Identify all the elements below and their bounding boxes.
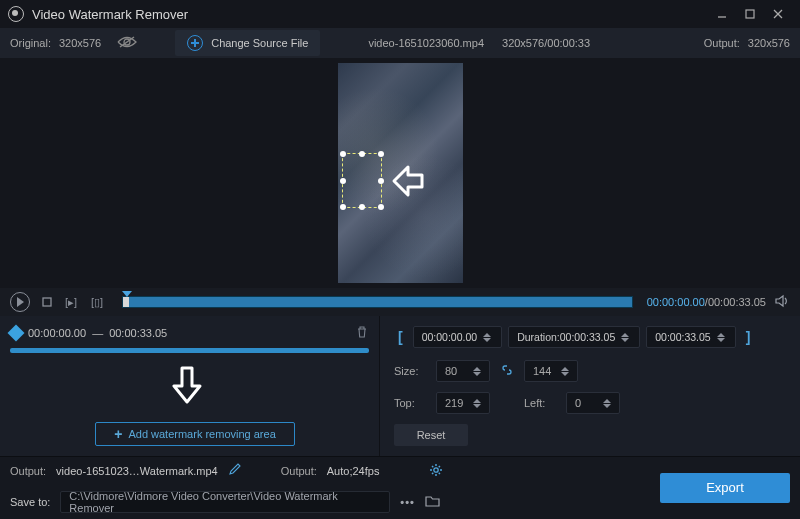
resize-handle[interactable] (378, 178, 384, 184)
add-area-button[interactable]: + Add watermark removing area (95, 422, 295, 446)
export-button[interactable]: Export (660, 473, 790, 503)
step-forward-button[interactable]: [▯] (90, 293, 108, 311)
duration-label: Duration: (517, 331, 560, 343)
height-value: 144 (533, 365, 551, 377)
original-dim: 320x576 (59, 37, 101, 49)
end-time-input[interactable]: 00:00:33.05 (646, 326, 735, 348)
areas-panel: 00:00:00.00 — 00:00:33.05 + Add watermar… (0, 316, 380, 456)
titlebar: Video Watermark Remover (0, 0, 800, 28)
bracket-start-icon[interactable]: [ (394, 329, 407, 345)
maximize-button[interactable] (736, 4, 764, 24)
left-value: 0 (575, 397, 581, 409)
resize-handle[interactable] (378, 204, 384, 210)
browse-button[interactable]: ••• (400, 496, 415, 508)
save-path-value: C:\Vidmore\Vidmore Video Converter\Video… (69, 490, 381, 514)
info-bar: Original: 320x576 Change Source File vid… (0, 28, 800, 58)
resize-handle[interactable] (340, 204, 346, 210)
area-range-bar[interactable] (10, 348, 369, 353)
left-input[interactable]: 0 (566, 392, 620, 414)
link-aspect-icon[interactable] (500, 363, 514, 379)
svg-text:[▯]: [▯] (91, 296, 103, 308)
transport-bar: [▸] [▯] 00:00:00.00/00:00:33.05 (0, 288, 800, 316)
video-frame[interactable] (338, 63, 463, 283)
resize-handle[interactable] (340, 151, 346, 157)
svg-text:[▸]: [▸] (65, 296, 77, 308)
spinner[interactable] (621, 333, 633, 342)
time-duration: 00:00:33.05 (708, 296, 766, 308)
annotation-arrow-icon (390, 163, 426, 201)
volume-icon[interactable] (774, 293, 790, 311)
resize-handle[interactable] (340, 178, 346, 184)
bracket-end-icon[interactable]: ] (742, 329, 755, 345)
delete-area-button[interactable] (355, 325, 369, 341)
reset-button[interactable]: Reset (394, 424, 468, 446)
plus-icon: + (114, 426, 122, 442)
resize-handle[interactable] (378, 151, 384, 157)
resize-handle[interactable] (359, 151, 365, 157)
position-row: Top: 219 Left: 0 (394, 392, 786, 414)
start-time-value: 00:00:00.00 (422, 331, 477, 343)
svg-point-9 (434, 467, 438, 471)
preview-toggle-icon[interactable] (117, 35, 137, 51)
watermark-selection[interactable] (342, 153, 382, 208)
output-file-name: video-1651023…Watermark.mp4 (56, 465, 218, 477)
spinner[interactable] (473, 367, 485, 376)
change-source-button[interactable]: Change Source File (175, 30, 320, 56)
step-back-button[interactable]: [▸] (64, 293, 82, 311)
output-label: Output: (704, 37, 740, 49)
play-button[interactable] (10, 292, 30, 312)
start-time-input[interactable]: 00:00:00.00 (413, 326, 502, 348)
app-title: Video Watermark Remover (32, 7, 708, 22)
open-folder-icon[interactable] (425, 493, 440, 510)
source-dim-time: 320x576/00:00:33 (502, 37, 590, 49)
spinner[interactable] (473, 399, 485, 408)
diamond-icon (8, 325, 25, 342)
duration-value: 00:00:33.05 (560, 331, 615, 343)
spinner[interactable] (603, 399, 615, 408)
top-input[interactable]: 219 (436, 392, 490, 414)
video-preview (0, 58, 800, 288)
save-bar: Save to: C:\Vidmore\Vidmore Video Conver… (0, 484, 800, 519)
left-label: Left: (524, 397, 556, 409)
output-format-label: Output: (281, 465, 317, 477)
close-button[interactable] (764, 4, 792, 24)
size-row: Size: 80 144 (394, 360, 786, 382)
annotation-arrow-icon (170, 364, 204, 406)
height-input[interactable]: 144 (524, 360, 578, 382)
export-label: Export (706, 480, 744, 495)
area-divider: — (92, 327, 103, 339)
spinner[interactable] (561, 367, 573, 376)
minimize-button[interactable] (708, 4, 736, 24)
area-row[interactable]: 00:00:00.00 — 00:00:33.05 (10, 324, 369, 342)
size-label: Size: (394, 365, 426, 377)
width-input[interactable]: 80 (436, 360, 490, 382)
settings-icon[interactable] (429, 463, 443, 479)
area-end: 00:00:33.05 (109, 327, 167, 339)
reset-label: Reset (417, 429, 446, 441)
edit-panels: 00:00:00.00 — 00:00:33.05 + Add watermar… (0, 316, 800, 456)
source-filename: video-1651023060.mp4 (368, 37, 484, 49)
svg-rect-1 (746, 10, 754, 18)
end-time-value: 00:00:33.05 (655, 331, 710, 343)
spinner[interactable] (483, 333, 495, 342)
stop-button[interactable] (38, 293, 56, 311)
duration-input[interactable]: Duration:00:00:33.05 (508, 326, 640, 348)
timeline-scrubber[interactable] (122, 296, 633, 308)
time-current: 00:00:00.00 (647, 296, 705, 308)
time-bracket-row: [ 00:00:00.00 Duration:00:00:33.05 00:00… (394, 326, 786, 348)
add-area-label: Add watermark removing area (128, 428, 275, 440)
save-path-input[interactable]: C:\Vidmore\Vidmore Video Converter\Video… (60, 491, 390, 513)
properties-panel: [ 00:00:00.00 Duration:00:00:33.05 00:00… (380, 316, 800, 456)
time-readout: 00:00:00.00/00:00:33.05 (647, 296, 766, 308)
spinner[interactable] (717, 333, 729, 342)
svg-rect-6 (43, 298, 51, 306)
resize-handle[interactable] (359, 204, 365, 210)
output-file-label: Output: (10, 465, 46, 477)
app-logo-icon (8, 6, 24, 22)
original-label: Original: (10, 37, 51, 49)
top-label: Top: (394, 397, 426, 409)
top-value: 219 (445, 397, 463, 409)
output-format-value: Auto;24fps (327, 465, 380, 477)
rename-icon[interactable] (228, 463, 241, 478)
output-dim: 320x576 (748, 37, 790, 49)
